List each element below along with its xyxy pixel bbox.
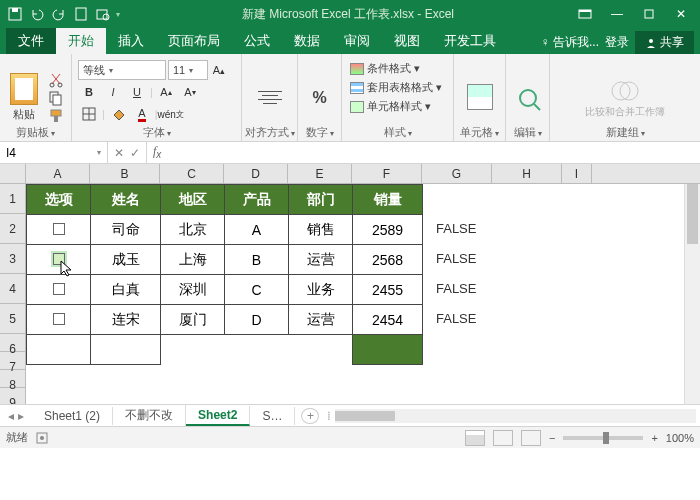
cell[interactable]: D	[225, 305, 289, 335]
fx-icon[interactable]: fx	[147, 144, 167, 160]
name-box[interactable]: I4	[0, 142, 108, 163]
tab-file[interactable]: 文件	[6, 28, 56, 54]
cell[interactable]: 北京	[161, 215, 225, 245]
conditional-format-button[interactable]: 条件格式 ▾	[348, 60, 422, 77]
save-icon[interactable]	[6, 5, 24, 23]
sheet-nav[interactable]: ◂▸	[0, 409, 32, 423]
compare-button[interactable]: 比较和合并工作簿	[579, 77, 671, 119]
number-button[interactable]: %	[308, 87, 330, 109]
col-header-I[interactable]: I	[562, 164, 592, 183]
checkbox-icon[interactable]	[53, 313, 65, 325]
cell-style-button[interactable]: 单元格样式 ▾	[348, 98, 433, 115]
select-all-corner[interactable]	[0, 164, 26, 183]
cell-value[interactable]: FALSE	[436, 281, 476, 296]
table-header[interactable]: 地区	[161, 185, 225, 215]
zoom-out-button[interactable]: −	[549, 432, 555, 444]
cell[interactable]: 白真	[91, 275, 161, 305]
total-label-cell[interactable]: 总金额	[91, 335, 161, 365]
table-header[interactable]: 销量	[353, 185, 423, 215]
checkbox-icon[interactable]	[53, 223, 65, 235]
enter-fx-icon[interactable]: ✓	[130, 146, 140, 160]
cell[interactable]: 上海	[161, 245, 225, 275]
cell[interactable]: 2568	[353, 245, 423, 275]
sheet-tab-3[interactable]: Sheet2	[186, 406, 250, 426]
undo-icon[interactable]	[28, 5, 46, 23]
cell[interactable]: 业务	[289, 275, 353, 305]
col-header-G[interactable]: G	[422, 164, 492, 183]
table-format-button[interactable]: 套用表格格式 ▾	[348, 79, 444, 96]
cell[interactable]: A	[225, 215, 289, 245]
view-normal-icon[interactable]	[465, 430, 485, 446]
macro-record-icon[interactable]	[36, 432, 48, 444]
signin[interactable]: 登录	[605, 34, 629, 51]
worksheet-grid[interactable]: ABCDEFGHI 123456789 选项姓名地区产品部门销量司命北京A销售2…	[0, 164, 700, 404]
col-header-C[interactable]: C	[160, 164, 224, 183]
border-button[interactable]	[78, 104, 100, 124]
table-header[interactable]: 产品	[225, 185, 289, 215]
cells-button[interactable]	[461, 84, 499, 112]
view-page-layout-icon[interactable]	[493, 430, 513, 446]
close-icon[interactable]: ✕	[666, 4, 696, 24]
view-page-break-icon[interactable]	[521, 430, 541, 446]
col-header-B[interactable]: B	[90, 164, 160, 183]
col-header-A[interactable]: A	[26, 164, 90, 183]
underline-button[interactable]: U	[126, 82, 148, 102]
horizontal-scrollbar[interactable]	[335, 409, 696, 423]
row-header-1[interactable]: 1	[0, 184, 26, 214]
table-header[interactable]: 姓名	[91, 185, 161, 215]
row-header-8[interactable]: 8	[0, 370, 26, 388]
bold-button[interactable]: B	[78, 82, 100, 102]
cell[interactable]: 司命	[91, 215, 161, 245]
tab-formula[interactable]: 公式	[232, 28, 282, 54]
decrease-font-icon[interactable]: A▾	[179, 82, 201, 102]
share-button[interactable]: 共享	[635, 31, 694, 54]
fill-color-button[interactable]	[107, 104, 129, 124]
cell[interactable]: 厦门	[161, 305, 225, 335]
row-header-9[interactable]: 9	[0, 388, 26, 404]
cell[interactable]: 销售	[289, 215, 353, 245]
cell[interactable]: 2589	[353, 215, 423, 245]
tab-insert[interactable]: 插入	[106, 28, 156, 54]
cell-value[interactable]: FALSE	[436, 221, 476, 236]
table-header[interactable]: 选项	[27, 185, 91, 215]
cell[interactable]: C	[225, 275, 289, 305]
edit-button[interactable]	[509, 85, 547, 111]
row-header-2[interactable]: 2	[0, 214, 26, 244]
minimize-icon[interactable]: —	[602, 4, 632, 24]
total-value-cell[interactable]	[353, 335, 423, 365]
font-size-dropdown[interactable]: 11	[168, 60, 208, 80]
sheet-tab-2[interactable]: 不删不改	[113, 405, 186, 426]
cell[interactable]: 运营	[289, 305, 353, 335]
row-header-4[interactable]: 4	[0, 274, 26, 304]
font-name-dropdown[interactable]: 等线	[78, 60, 166, 80]
phonetic-button[interactable]: wén文	[160, 104, 182, 124]
checkbox-icon[interactable]	[53, 283, 65, 295]
zoom-in-button[interactable]: +	[651, 432, 657, 444]
cell[interactable]	[27, 275, 91, 305]
ribbon-toggle-icon[interactable]	[570, 4, 600, 24]
cut-icon[interactable]	[48, 72, 64, 88]
tab-view[interactable]: 视图	[382, 28, 432, 54]
row-header-5[interactable]: 5	[0, 304, 26, 334]
cell[interactable]: 2455	[353, 275, 423, 305]
add-sheet-button[interactable]: +	[301, 408, 319, 424]
table-header[interactable]: 部门	[289, 185, 353, 215]
cell[interactable]	[27, 245, 91, 275]
cell[interactable]: 2454	[353, 305, 423, 335]
sheet-tab-1[interactable]: Sheet1 (2)	[32, 407, 113, 425]
row-header-3[interactable]: 3	[0, 244, 26, 274]
tab-developer[interactable]: 开发工具	[432, 28, 508, 54]
row-header-7[interactable]: 7	[0, 352, 26, 370]
new-icon[interactable]	[72, 5, 90, 23]
zoom-level[interactable]: 100%	[666, 432, 694, 444]
vertical-scrollbar[interactable]	[684, 184, 700, 404]
cell[interactable]	[27, 215, 91, 245]
col-header-D[interactable]: D	[224, 164, 288, 183]
font-color-button[interactable]: A	[131, 104, 153, 124]
cell[interactable]: 连宋	[91, 305, 161, 335]
increase-font-icon2[interactable]: A▴	[155, 82, 177, 102]
maximize-icon[interactable]	[634, 4, 664, 24]
zoom-slider[interactable]	[563, 436, 643, 440]
cell-value[interactable]: FALSE	[436, 251, 476, 266]
cell-value[interactable]: FALSE	[436, 311, 476, 326]
